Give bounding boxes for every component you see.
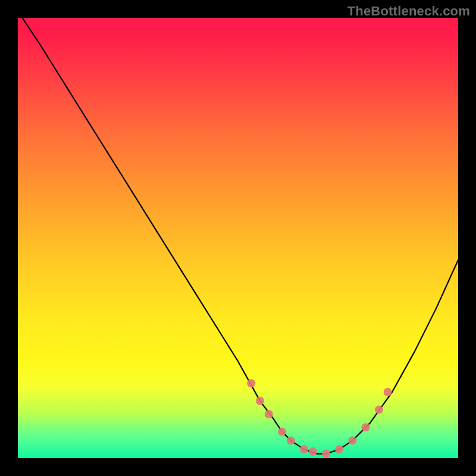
highlight-dot (309, 447, 317, 456)
highlight-dot (247, 379, 255, 387)
highlight-dot (375, 406, 383, 414)
highlight-dot (256, 397, 264, 405)
chart-svg (18, 18, 458, 458)
highlight-dot (265, 410, 273, 418)
highlight-dot (362, 423, 370, 431)
highlight-dot (335, 445, 343, 453)
bottleneck-curve (22, 18, 458, 454)
highlight-dot (348, 436, 356, 444)
highlight-dot (384, 388, 392, 396)
highlight-dot (300, 445, 308, 453)
highlight-dot (287, 436, 295, 444)
highlight-dot (278, 428, 286, 436)
optimal-range-dots (247, 379, 392, 458)
highlight-dot (322, 450, 330, 458)
watermark-label: TheBottleneck.com (347, 4, 470, 19)
